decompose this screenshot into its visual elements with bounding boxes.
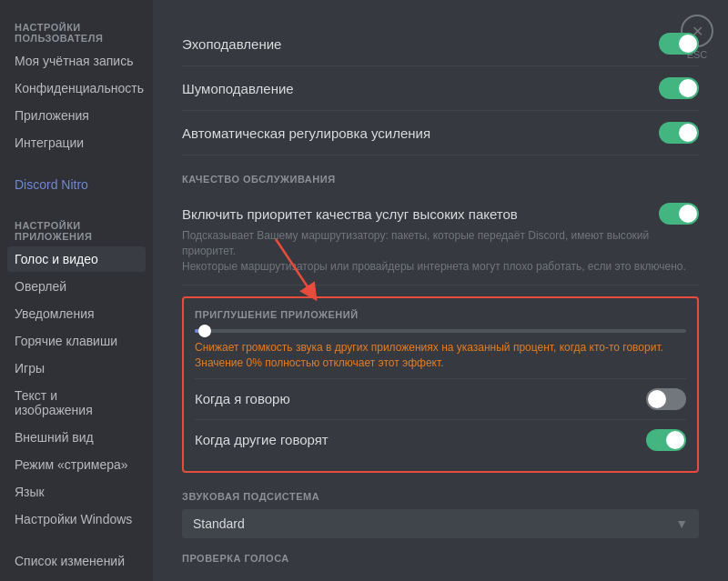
quality-label: Включить приоритет качества услуг высоки…: [182, 206, 518, 222]
quality-toggle-knob: [679, 205, 697, 223]
main-content: ✕ ESC Эхоподавление Шумоподавление Автом…: [153, 0, 728, 581]
voice-check-row: Показывать предупреждение, если Discord …: [182, 571, 699, 581]
sidebar: НАСТРОЙКИ ПОЛЬЗОВАТЕЛЯ Моя учётная запис…: [0, 0, 153, 581]
sidebar-item-nitro[interactable]: Discord Nitro: [7, 172, 146, 197]
sidebar-item-integrations[interactable]: Интеграции: [7, 130, 146, 155]
sidebar-item-changelog[interactable]: Список изменений: [7, 548, 146, 574]
attenuation-description: Снижает громкость звука в других приложе…: [195, 340, 686, 371]
voice-check-section-header: ПРОВЕРКА ГОЛОСА: [182, 553, 699, 564]
sidebar-item-voice[interactable]: Голос и видео: [7, 246, 146, 272]
quality-row: Включить приоритет качества услуг высоки…: [182, 192, 699, 285]
slider-thumb[interactable]: [198, 325, 211, 337]
when-i-speak-toggle-knob: [648, 390, 666, 408]
attenuation-box: ПРИГЛУШЕНИЕ ПРИЛОЖЕНИЙ Снижает громкость…: [182, 296, 699, 473]
echo-row: Эхоподавление: [182, 22, 699, 66]
sound-dropdown[interactable]: Standard Legacy: [182, 509, 699, 538]
user-settings-label: НАСТРОЙКИ ПОЛЬЗОВАТЕЛЯ: [7, 15, 146, 47]
attenuation-slider-container: [195, 329, 686, 333]
echo-toggle[interactable]: [659, 33, 699, 55]
quality-section-header: КАЧЕСТВО ОБСЛУЖИВАНИЯ: [182, 174, 699, 185]
when-others-speak-toggle-knob: [666, 431, 684, 449]
sidebar-item-overlay[interactable]: Оверлей: [7, 274, 146, 299]
noise-row: Шумоподавление: [182, 66, 699, 111]
sidebar-item-text[interactable]: Текст и изображения: [7, 383, 146, 423]
when-others-speak-label: Когда другие говорят: [195, 432, 329, 447]
quality-toggle[interactable]: [659, 203, 699, 225]
sidebar-item-streamer[interactable]: Режим «стримера»: [7, 452, 146, 477]
slider-track: [195, 329, 686, 333]
sound-dropdown-wrapper: Standard Legacy ▼: [182, 509, 699, 538]
sidebar-item-appearance[interactable]: Внешний вид: [7, 425, 146, 450]
echo-toggle-knob: [679, 35, 697, 53]
attenuation-title: ПРИГЛУШЕНИЕ ПРИЛОЖЕНИЙ: [195, 309, 686, 320]
sidebar-item-account[interactable]: Моя учётная запись: [7, 48, 146, 74]
when-i-speak-row: Когда я говорю: [195, 378, 686, 419]
noise-label: Шумоподавление: [182, 81, 294, 96]
noise-toggle[interactable]: [659, 77, 699, 99]
sidebar-item-games[interactable]: Игры: [7, 356, 146, 381]
sidebar-item-apps[interactable]: Приложения: [7, 103, 146, 128]
echo-label: Эхоподавление: [182, 36, 281, 52]
app-settings-label: НАСТРОЙКИ ПРИЛОЖЕНИЯ: [7, 213, 146, 245]
sound-section-header: ЗВУКОВАЯ ПОДСИСТЕМА: [182, 491, 699, 502]
sidebar-item-privacy[interactable]: Конфиденциальность: [7, 75, 146, 101]
autogain-toggle[interactable]: [659, 122, 699, 144]
sidebar-item-hotkeys[interactable]: Горячие клавиши: [7, 328, 146, 354]
quality-description: Подсказывает Вашему маршрутизатору: паке…: [182, 228, 699, 274]
sidebar-item-language[interactable]: Язык: [7, 479, 146, 505]
when-others-speak-toggle[interactable]: [646, 429, 686, 451]
autogain-label: Автоматическая регулировка усиления: [182, 125, 430, 141]
when-others-speak-row: Когда другие говорят: [195, 419, 686, 460]
sidebar-item-notifications[interactable]: Уведомления: [7, 301, 146, 326]
autogain-row: Автоматическая регулировка усиления: [182, 111, 699, 155]
when-i-speak-label: Когда я говорю: [195, 391, 290, 406]
autogain-toggle-knob: [679, 124, 697, 142]
sidebar-item-windows[interactable]: Настройки Windows: [7, 506, 146, 532]
when-i-speak-toggle[interactable]: [646, 388, 686, 410]
noise-toggle-knob: [679, 79, 697, 97]
